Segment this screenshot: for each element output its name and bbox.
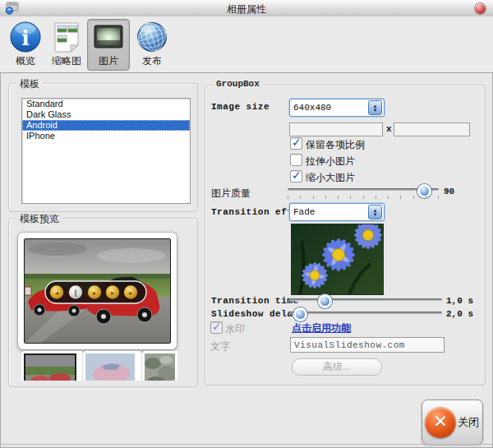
transition-time-slider xyxy=(289,294,442,304)
slideshow-delay-label: Slideshow delay xyxy=(211,309,299,319)
picture-icon xyxy=(92,21,125,53)
svg-text:▸: ▸ xyxy=(129,289,132,297)
slideshow-delay-slider xyxy=(289,307,442,317)
preview-thumbnail-3 xyxy=(142,351,177,381)
cars-preview-graphic: ◂‖ ▸▸▸ xyxy=(25,239,170,343)
template-group-title: 模板 xyxy=(16,77,43,91)
info-icon: i xyxy=(9,21,42,53)
window-bottom-edge xyxy=(0,444,493,445)
shrink-large-checkbox[interactable] xyxy=(290,170,302,182)
list-item-android[interactable]: Android xyxy=(22,120,190,131)
transition-effect-value: Fade xyxy=(290,207,368,217)
toolbar-label-thumbnails: 缩略图 xyxy=(52,54,81,68)
svg-text:◂: ◂ xyxy=(55,289,58,297)
quality-label: 图片质量 xyxy=(211,187,251,201)
quality-slider-track xyxy=(288,188,439,191)
svg-text:‖: ‖ xyxy=(74,289,77,297)
image-size-select[interactable]: 640x480 ▴▾ xyxy=(289,99,385,117)
preview-thumbnail-1 xyxy=(21,351,84,381)
height-input xyxy=(394,122,470,136)
keep-aspect-label: 保留各项比例 xyxy=(306,138,365,152)
album-properties-dialog: 相册属性 i 概览 xyxy=(0,0,493,448)
close-button[interactable]: 关闭 xyxy=(422,400,483,445)
slideshow-delay-thumb[interactable] xyxy=(293,307,307,321)
image-size-value: 640x480 xyxy=(290,103,368,113)
toolbar-item-thumbnails[interactable]: 缩略图 xyxy=(46,20,87,70)
stretch-small-checkbox[interactable] xyxy=(290,154,302,166)
toolbar-label-overview: 概览 xyxy=(16,54,35,68)
keep-aspect-checkbox[interactable] xyxy=(290,137,302,150)
transition-time-thumb[interactable] xyxy=(318,294,332,308)
size-x-separator: x xyxy=(386,124,392,134)
toolbar-item-pictures[interactable]: 图片 xyxy=(87,19,130,71)
stretch-small-label: 拉伸小图片 xyxy=(306,155,355,169)
width-input xyxy=(289,122,383,136)
template-preview-image: ◂‖ ▸▸▸ xyxy=(24,238,171,344)
svg-text:▸: ▸ xyxy=(93,289,96,297)
quality-value: 90 xyxy=(444,187,454,196)
toolbar-item-overview[interactable]: i 概览 xyxy=(5,20,46,70)
svg-text:▸: ▸ xyxy=(111,289,114,297)
toolbar-label-pictures: 图片 xyxy=(99,54,118,68)
enable-feature-link[interactable]: 点击启用功能 xyxy=(292,321,351,335)
toolbar: i 概览 缩略图 xyxy=(0,16,493,73)
watermark-checkbox xyxy=(210,321,223,334)
list-item-iphone[interactable]: IPhone xyxy=(22,131,190,141)
globe-icon xyxy=(136,21,168,53)
template-list: Standard Dark Glass Android IPhone xyxy=(21,98,191,204)
slideshow-delay-track xyxy=(289,312,442,314)
transition-time-value: 1,0 s xyxy=(446,296,473,306)
close-button-label: 关闭 xyxy=(458,415,479,430)
list-item-standard[interactable]: Standard xyxy=(22,99,190,109)
image-size-label: Image size xyxy=(211,102,270,112)
watermark-label: 水印 xyxy=(225,322,245,336)
preview-group-title: 模板预览 xyxy=(16,212,62,226)
watermark-text-label: 文字 xyxy=(210,339,230,353)
toolbar-item-publish[interactable]: 发布 xyxy=(131,20,173,70)
watermark-text-input: VisualSlideshow.com xyxy=(290,337,445,353)
quality-slider xyxy=(288,184,439,194)
preview-thumbnails xyxy=(21,351,177,381)
spinner-arrows-icon[interactable]: ▴▾ xyxy=(368,205,382,219)
quality-slider-ticks xyxy=(288,196,439,199)
player-controls-bar: ◂‖ ▸▸▸ xyxy=(45,281,146,303)
preview-thumbnail-2 xyxy=(83,351,142,381)
close-x-icon xyxy=(425,407,456,438)
settings-group-title: GroupBox xyxy=(213,79,263,89)
dialog-title: 相册属性 xyxy=(0,2,493,16)
slideshow-delay-value: 2,0 s xyxy=(446,309,473,319)
titlebar: 相册属性 xyxy=(0,0,493,17)
transition-time-label: Transition time xyxy=(211,296,299,306)
list-item-dark-glass[interactable]: Dark Glass xyxy=(22,109,190,120)
svg-text:i: i xyxy=(21,26,30,50)
transition-preview-image xyxy=(291,224,384,295)
shrink-large-label: 缩小大图片 xyxy=(306,171,355,185)
titlebar-close-icon[interactable] xyxy=(475,3,486,14)
thumbnails-icon xyxy=(50,21,83,53)
advanced-button: 高级... xyxy=(292,358,382,376)
toolbar-label-publish: 发布 xyxy=(142,54,162,68)
transition-effect-select[interactable]: Fade ▴▾ xyxy=(289,203,385,221)
template-preview-card: ◂‖ ▸▸▸ xyxy=(18,233,177,349)
spinner-arrows-icon[interactable]: ▴▾ xyxy=(368,100,382,115)
transition-time-track xyxy=(289,298,442,301)
